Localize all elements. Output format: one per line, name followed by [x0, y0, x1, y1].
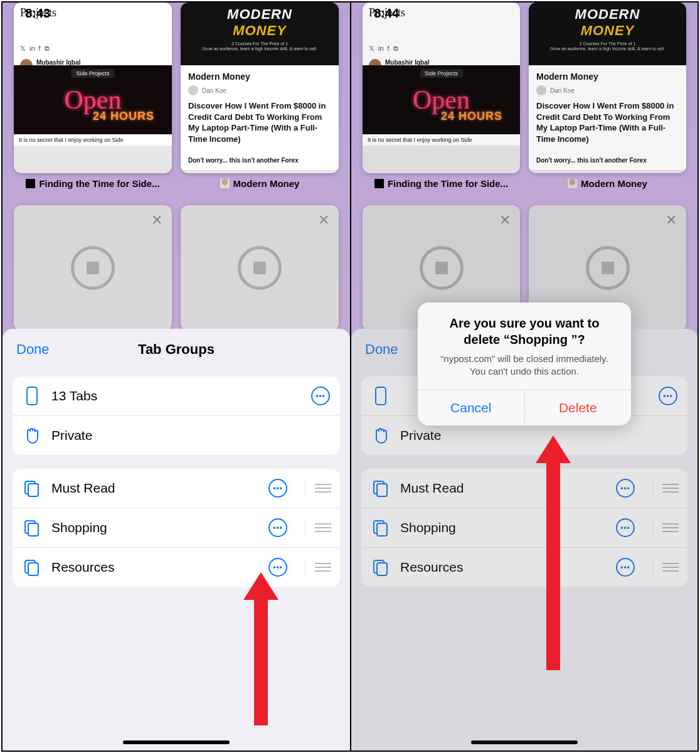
hand-icon [23, 426, 41, 445]
private-row[interactable]: Private [13, 416, 340, 455]
avatar-favicon [568, 179, 577, 188]
svg-rect-7 [376, 387, 386, 405]
close-icon[interactable]: ✕ [315, 211, 332, 229]
tab-overview-grid: 8:43 Projects 𝕏inf⧉ Mubashir Iqbal Dec 2… [3, 3, 350, 331]
medium-icon [26, 179, 35, 188]
home-indicator[interactable] [471, 740, 578, 744]
group-row-must-read[interactable]: Must Read [361, 469, 687, 508]
screenshot-right: 8:44 Projects 𝕏inf⧉ Mubashir Iqbal Dec 2… [350, 3, 697, 750]
more-button[interactable] [616, 479, 635, 498]
delete-confirm-alert: Are you sure you want to delete “Shoppin… [418, 302, 631, 425]
more-button[interactable] [268, 518, 287, 537]
group-row-shopping[interactable]: Shopping [13, 508, 340, 548]
alert-title: Are you sure you want to delete “Shoppin… [432, 315, 617, 348]
hand-icon [371, 426, 390, 445]
tabgroup-icon [23, 479, 41, 498]
custom-groups-card: Must Read Shopping Resources [13, 469, 340, 587]
done-button[interactable]: Done [16, 341, 50, 358]
close-icon[interactable]: ✕ [662, 211, 680, 229]
byline-avatar [536, 85, 546, 95]
tab-overview-grid: 8:44 Projects 𝕏inf⧉ Mubashir Iqbal Dec 2… [351, 3, 697, 331]
screenshot-left: 8:43 Projects 𝕏inf⧉ Mubashir Iqbal Dec 2… [3, 3, 350, 750]
neon-hero: Side Projects Open 24 HOURS [14, 65, 172, 134]
alert-message: “nypost.com” will be closed immediately.… [432, 353, 617, 378]
svg-rect-12 [374, 560, 384, 573]
more-button[interactable] [616, 518, 635, 537]
compass-icon [586, 246, 630, 290]
group-row-must-read[interactable]: Must Read [13, 469, 340, 508]
neon-hero: Side Projects Open 24 HOURS [363, 65, 520, 134]
all-tabs-row[interactable]: 13 Tabs [13, 376, 340, 416]
device-icon [371, 387, 390, 405]
social-icons: 𝕏inf⧉ [20, 45, 166, 53]
tabgroup-icon [23, 518, 41, 537]
default-tabs-card: 13 Tabs Private [13, 376, 340, 455]
tab-card-2-wrap: MODERN MONEY 2 Courses For The Price of … [529, 3, 686, 196]
tab-card-modern-money[interactable]: MODERN MONEY 2 Courses For The Price of … [529, 3, 686, 173]
avatar-favicon [220, 179, 230, 188]
drag-handle[interactable] [305, 518, 340, 537]
compass-icon [238, 246, 282, 290]
group-row-shopping[interactable]: Shopping [361, 508, 687, 548]
tab-card-blank-1[interactable]: ✕ [14, 205, 172, 331]
tab-title-1: Finding the Time for Side... [363, 173, 520, 196]
tab-card-modern-money[interactable]: MODERN MONEY 2 Courses For The Price of … [181, 3, 339, 173]
social-icons: 𝕏inf⧉ [369, 45, 514, 53]
drag-handle[interactable] [305, 479, 340, 498]
annotation-arrow [247, 572, 275, 725]
group-row-resources[interactable]: Resources [361, 548, 687, 587]
tabgroup-icon [371, 518, 390, 537]
tab-card-side-projects[interactable]: 8:43 Projects 𝕏inf⧉ Mubashir Iqbal Dec 2… [14, 3, 172, 173]
tabgroup-icon [371, 558, 390, 577]
more-button[interactable] [311, 387, 330, 405]
custom-groups-card: Must Read Shopping Resources [361, 469, 687, 587]
byline-avatar [188, 85, 198, 95]
tab-card-1-wrap: 8:43 Projects 𝕏inf⧉ Mubashir Iqbal Dec 2… [14, 3, 172, 196]
drag-handle[interactable] [305, 558, 340, 577]
tabgroup-icon [371, 479, 390, 498]
close-icon[interactable]: ✕ [496, 211, 514, 229]
delete-button[interactable]: Delete [525, 390, 632, 425]
group-row-resources[interactable]: Resources [13, 548, 340, 587]
tab-title-2: Modern Money [181, 173, 339, 196]
cancel-button[interactable]: Cancel [418, 390, 525, 425]
svg-rect-2 [28, 484, 38, 496]
more-button[interactable] [616, 558, 635, 577]
svg-rect-11 [377, 523, 387, 536]
tab-card-1-wrap: 8:44 Projects 𝕏inf⧉ Mubashir Iqbal Dec 2… [363, 3, 520, 196]
compass-icon [420, 246, 464, 290]
tab-groups-sheet: Done Tab Groups 13 Tabs Private [3, 329, 350, 750]
annotation-arrow [539, 435, 567, 670]
status-clock: 8:43 [25, 6, 50, 21]
compass-icon [71, 246, 115, 290]
status-clock: 8:44 [374, 6, 399, 21]
tab-title-1: Finding the Time for Side... [14, 173, 172, 196]
tab-card-2-wrap: MODERN MONEY 2 Courses For The Price of … [181, 3, 339, 196]
home-indicator[interactable] [123, 740, 230, 744]
tab-title-2: Modern Money [529, 173, 686, 196]
svg-rect-8 [374, 481, 384, 494]
svg-rect-6 [28, 563, 38, 575]
svg-rect-10 [374, 521, 384, 533]
svg-rect-9 [377, 484, 387, 496]
sheet-title: Tab Groups [97, 341, 257, 358]
close-icon[interactable]: ✕ [148, 211, 166, 229]
svg-rect-13 [377, 563, 387, 575]
device-icon [23, 387, 41, 405]
more-button[interactable] [659, 387, 677, 405]
drag-handle[interactable] [652, 558, 687, 577]
tab-card-side-projects[interactable]: 8:44 Projects 𝕏inf⧉ Mubashir Iqbal Dec 2… [363, 3, 520, 173]
medium-icon [374, 179, 384, 188]
tabgroup-icon [23, 558, 41, 577]
done-button[interactable]: Done [365, 341, 398, 358]
more-button[interactable] [268, 479, 287, 498]
drag-handle[interactable] [652, 479, 687, 498]
svg-rect-0 [27, 387, 37, 405]
drag-handle[interactable] [652, 518, 687, 537]
svg-rect-4 [28, 523, 38, 536]
tab-card-blank-2[interactable]: ✕ [181, 205, 339, 331]
